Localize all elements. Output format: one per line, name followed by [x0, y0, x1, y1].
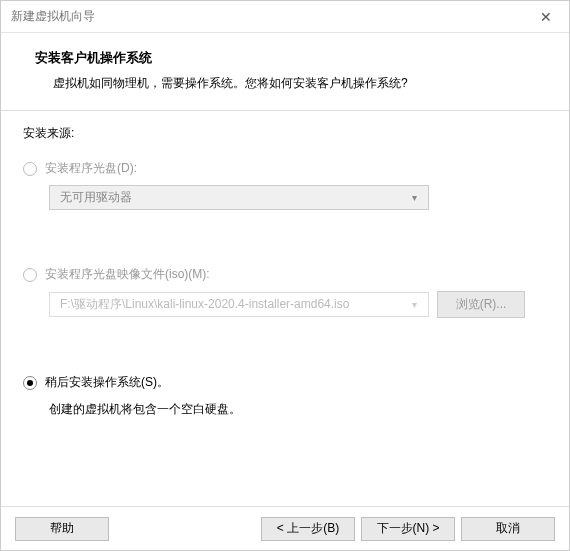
radio-icon — [23, 376, 37, 390]
close-button[interactable]: ✕ — [523, 1, 569, 33]
radio-installer-disc[interactable]: 安装程序光盘(D): — [23, 160, 547, 177]
titlebar: 新建虚拟机向导 ✕ — [1, 1, 569, 33]
chevron-down-icon: ▾ — [412, 192, 422, 203]
next-label: 下一步(N) > — [377, 520, 440, 537]
wizard-content: 安装来源: 安装程序光盘(D): 无可用驱动器 ▾ 安装程序光盘映像文件(iso… — [1, 111, 569, 506]
page-subtitle: 虚拟机如同物理机，需要操作系统。您将如何安装客户机操作系统? — [35, 75, 547, 92]
close-icon: ✕ — [540, 9, 552, 25]
window-title: 新建虚拟机向导 — [11, 8, 95, 25]
next-button[interactable]: 下一步(N) > — [361, 517, 455, 541]
back-button[interactable]: < 上一步(B) — [261, 517, 355, 541]
browse-label: 浏览(R)... — [456, 296, 507, 313]
radio-label-iso: 安装程序光盘映像文件(iso)(M): — [45, 266, 210, 283]
chevron-down-icon: ▾ — [412, 299, 422, 310]
option-disc-block: 安装程序光盘(D): 无可用驱动器 ▾ — [23, 160, 547, 210]
radio-icon — [23, 268, 37, 282]
wizard-window: 新建虚拟机向导 ✕ 安装客户机操作系统 虚拟机如同物理机，需要操作系统。您将如何… — [0, 0, 570, 551]
radio-install-later[interactable]: 稍后安装操作系统(S)。 — [23, 374, 547, 391]
wizard-header: 安装客户机操作系统 虚拟机如同物理机，需要操作系统。您将如何安装客户机操作系统? — [1, 33, 569, 111]
cancel-button[interactable]: 取消 — [461, 517, 555, 541]
later-hint: 创建的虚拟机将包含一个空白硬盘。 — [49, 401, 547, 418]
iso-path-text: F:\驱动程序\Linux\kali-linux-2020.4-installe… — [60, 296, 349, 313]
help-button[interactable]: 帮助 — [15, 517, 109, 541]
page-title: 安装客户机操作系统 — [35, 49, 547, 67]
radio-icon — [23, 162, 37, 176]
radio-label-disc: 安装程序光盘(D): — [45, 160, 137, 177]
option-iso-block: 安装程序光盘映像文件(iso)(M): F:\驱动程序\Linux\kali-l… — [23, 266, 547, 318]
browse-button[interactable]: 浏览(R)... — [437, 291, 525, 318]
drive-combo-text: 无可用驱动器 — [60, 189, 132, 206]
wizard-footer: 帮助 < 上一步(B) 下一步(N) > 取消 — [1, 506, 569, 550]
radio-label-later: 稍后安装操作系统(S)。 — [45, 374, 169, 391]
iso-path-combo[interactable]: F:\驱动程序\Linux\kali-linux-2020.4-installe… — [49, 292, 429, 317]
cancel-label: 取消 — [496, 520, 520, 537]
source-label: 安装来源: — [23, 125, 547, 142]
back-label: < 上一步(B) — [277, 520, 339, 537]
option-later-block: 稍后安装操作系统(S)。 创建的虚拟机将包含一个空白硬盘。 — [23, 374, 547, 418]
help-label: 帮助 — [50, 520, 74, 537]
drive-combo[interactable]: 无可用驱动器 ▾ — [49, 185, 429, 210]
radio-installer-iso[interactable]: 安装程序光盘映像文件(iso)(M): — [23, 266, 547, 283]
